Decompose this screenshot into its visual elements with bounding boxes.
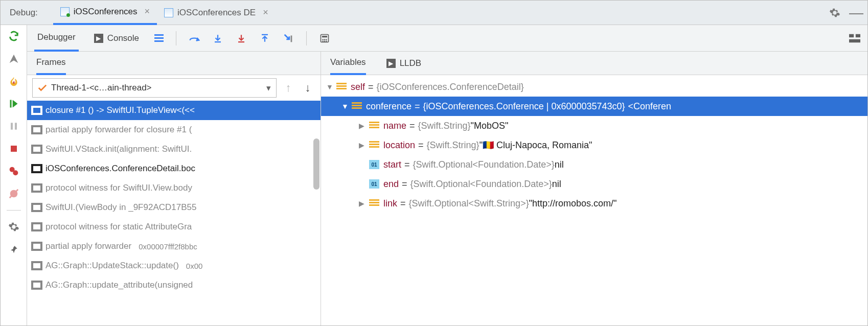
pause-icon[interactable] <box>8 120 20 132</box>
close-icon[interactable]: × <box>145 6 150 17</box>
frame-list[interactable]: closure #1 () -> SwiftUI.TupleView<(<<pa… <box>27 101 321 295</box>
navigate-icon[interactable] <box>8 53 20 65</box>
svg-rect-10 <box>262 34 268 35</box>
frame-icon <box>32 107 41 114</box>
frame-text: SwiftUI.(ViewBody in _9F92ACD17B55 <box>45 202 196 213</box>
frame-icon <box>32 262 41 269</box>
frame-text: AG::Graph::update_attribute(unsigned <box>45 280 193 290</box>
variable-tree[interactable]: self = {iOSConferences.ConferenceDetail}… <box>321 75 867 215</box>
var-name: end <box>383 179 399 190</box>
svg-rect-2 <box>15 123 17 129</box>
run-config-tab[interactable]: iOSConferences DE × <box>157 1 276 25</box>
minimize-icon[interactable]: — <box>850 7 862 19</box>
step-into-icon[interactable] <box>212 33 223 44</box>
var-name: location <box>383 140 415 151</box>
scrollbar-thumb[interactable] <box>313 138 319 190</box>
frame-icon <box>32 146 41 153</box>
var-type: {Swift.String} <box>418 121 471 131</box>
disclosure-down-icon[interactable] <box>341 102 349 110</box>
var-row[interactable]: location = {Swift.String} "🇷🇴 Cluj-Napoc… <box>321 135 867 155</box>
breakpoints-icon[interactable] <box>8 165 20 177</box>
disclosure-right-icon[interactable] <box>359 141 366 149</box>
lldb-tab[interactable]: ▶LLDB <box>386 52 422 75</box>
object-icon <box>336 83 347 91</box>
var-value: "http://romobos.com/" <box>529 198 617 209</box>
var-value: nil <box>555 159 564 170</box>
pin-icon[interactable] <box>8 243 20 255</box>
frame-text: SwiftUI.VStack.init(alignment: SwiftUI. <box>45 144 192 154</box>
next-frame-icon[interactable]: ↓ <box>300 81 315 95</box>
frames-tab[interactable]: Frames <box>36 52 66 75</box>
stack-frame[interactable]: SwiftUI.VStack.init(alignment: SwiftUI. <box>27 139 321 159</box>
stack-frame[interactable]: iOSConferences.ConferenceDetail.boc <box>27 159 321 178</box>
flame-icon[interactable] <box>8 75 20 87</box>
frame-icon <box>32 184 41 192</box>
gear-icon[interactable] <box>829 7 841 19</box>
var-row[interactable]: 01start = {Swift.Optional<Foundation.Dat… <box>321 155 867 174</box>
frame-text: partial apply forwarder <box>45 241 131 251</box>
frame-icon <box>32 165 41 172</box>
close-icon[interactable]: × <box>263 7 268 18</box>
stack-frame[interactable]: closure #1 () -> SwiftUI.TupleView<(<< <box>27 101 321 120</box>
tab-label: iOSConferences <box>74 7 138 17</box>
debug-header: Debug: iOSConferences × iOSConferences D… <box>1 1 867 25</box>
stack-frame[interactable]: AG::Graph::UpdateStack::update()0x00 <box>27 256 321 275</box>
frame-text: partial apply forwarder for closure #1 ( <box>45 125 192 135</box>
disclosure-right-icon[interactable] <box>359 199 366 207</box>
stop-icon[interactable] <box>8 143 20 155</box>
var-row[interactable]: 01end = {Swift.Optional<Foundation.Date>… <box>321 174 867 194</box>
stack-frame[interactable]: SwiftUI.(ViewBody in _9F92ACD17B55 <box>27 198 321 217</box>
object-icon <box>369 199 379 207</box>
resume-icon[interactable] <box>8 98 20 110</box>
step-over-icon[interactable] <box>189 33 200 43</box>
var-name: link <box>383 198 397 209</box>
stack-frame[interactable]: AG::Graph::update_attribute(unsigned <box>27 275 321 295</box>
svg-point-14 <box>322 39 324 40</box>
layout-icon[interactable] <box>849 34 860 43</box>
check-icon <box>38 84 47 91</box>
disclosure-down-icon[interactable] <box>326 83 333 91</box>
stack-frame[interactable]: partial apply forwarder0x00007fff2f8bbc <box>27 237 321 256</box>
svg-rect-21 <box>856 34 860 37</box>
var-row[interactable]: link = {Swift.Optional<Swift.String>} "h… <box>321 194 867 213</box>
step-out-icon[interactable] <box>259 33 270 44</box>
var-type: {Swift.String} <box>427 140 479 151</box>
var-row-self[interactable]: self = {iOSConferences.ConferenceDetail} <box>321 77 867 97</box>
var-row[interactable]: name = {Swift.String} "MobOS" <box>321 116 867 135</box>
frame-text: protocol witness for SwiftUI.View.body <box>45 183 192 193</box>
var-name: start <box>383 159 401 170</box>
svg-rect-20 <box>849 34 854 37</box>
settings-icon[interactable] <box>8 221 20 233</box>
debug-toolbar: Debugger ▶Console <box>27 25 867 52</box>
frame-icon <box>32 204 41 211</box>
stack-frame[interactable]: protocol witness for SwiftUI.View.body <box>27 178 321 198</box>
panel-title: Debug: <box>10 8 38 18</box>
svg-rect-1 <box>11 123 13 129</box>
var-type: {Swift.Optional<Foundation.Date>} <box>413 159 555 170</box>
disclosure-right-icon[interactable] <box>359 122 366 130</box>
prev-frame-icon[interactable]: ↑ <box>281 81 296 95</box>
svg-point-17 <box>322 40 324 42</box>
stack-frame[interactable]: partial apply forwarder for closure #1 ( <box>27 120 321 139</box>
svg-rect-8 <box>215 41 221 42</box>
tab-debugger[interactable]: Debugger <box>34 25 79 52</box>
frame-text: iOSConferences.ConferenceDetail.boc <box>45 164 195 174</box>
run-config-tab-active[interactable]: iOSConferences × <box>53 1 157 25</box>
mute-breakpoints-icon[interactable] <box>8 188 20 200</box>
var-row-conference[interactable]: conference = {iOSConferences.Conference … <box>321 97 867 116</box>
variables-tab[interactable]: Variables <box>330 52 366 75</box>
var-name: name <box>383 121 406 131</box>
evaluate-icon[interactable] <box>319 33 330 43</box>
tab-console[interactable]: ▶Console <box>91 25 142 52</box>
var-type: {Swift.Optional<Swift.String>} <box>409 198 529 209</box>
svg-rect-9 <box>238 41 244 42</box>
thread-selector[interactable]: Thread-1-<c…ain-thread> ▾ <box>32 78 277 98</box>
run-to-cursor-icon[interactable] <box>283 33 294 44</box>
frame-text: closure #1 () -> SwiftUI.TupleView<(<< <box>45 105 195 115</box>
svg-rect-3 <box>11 146 17 152</box>
object-icon <box>369 122 379 130</box>
stack-frame[interactable]: protocol witness for static AttributeGra <box>27 217 321 237</box>
threads-icon[interactable] <box>154 34 164 42</box>
force-step-into-icon[interactable] <box>236 33 247 44</box>
rerun-icon[interactable] <box>8 30 20 42</box>
